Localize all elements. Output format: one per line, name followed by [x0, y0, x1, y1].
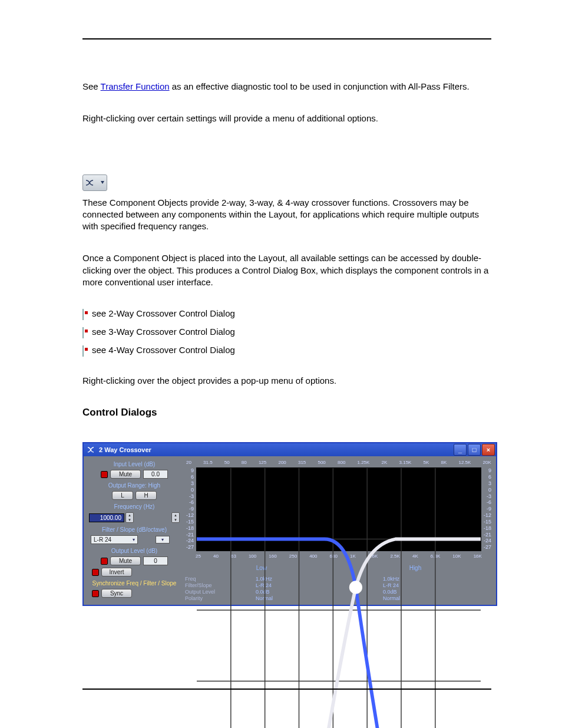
y-axis-right: 9630-3-6-9-12-15-18-21-24-27	[482, 467, 492, 550]
window-maximize-button[interactable]: □	[468, 444, 481, 456]
dialog-app-icon	[87, 446, 95, 453]
x-axis-top: 2031.550801252003155008001.25K2K3.15K5K8…	[185, 460, 492, 465]
frequency-label: Frequency (Hz)	[87, 503, 181, 510]
crossover-dialog: 2 Way Crossover _ □ × Input Level (dB) M…	[82, 442, 497, 606]
input-mute-button[interactable]: Mute	[110, 470, 141, 479]
filter-slope-select[interactable]: L-R 24 ▾	[91, 535, 138, 544]
intro-rest: as an effective diagnostic tool to be us…	[170, 81, 470, 91]
rightclick-object-paragraph: Right-clicking over the object provides …	[82, 375, 491, 387]
y-axis-left: 9630-3-6-9-12-15-18-21-24-27	[185, 467, 195, 550]
topic-bullet-icon	[82, 346, 91, 354]
placement-paragraph: Once a Component Object is placed into t…	[82, 252, 491, 288]
output-level-label: Output Level (dB)	[87, 548, 181, 554]
see-4way-line: see 4-Way Crossover Control Dialog	[82, 345, 491, 355]
filter-slope-value: L-R 24	[94, 536, 111, 543]
intro-see: See	[82, 81, 101, 91]
output-range-label: Output Range: High	[87, 482, 181, 489]
dropdown-caret-icon	[101, 181, 104, 185]
bottom-rule	[82, 689, 491, 690]
input-level-value[interactable]: 0.0	[143, 470, 168, 479]
transfer-function-link[interactable]: Transfer Function	[101, 81, 170, 91]
topic-bullet-icon	[82, 328, 91, 336]
sync-indicator-icon	[92, 590, 99, 597]
chevron-down-icon: ▼	[126, 518, 133, 522]
output-mute-indicator-icon	[101, 558, 108, 565]
sync-label: Synchronize Freq / Filter / Slope	[87, 580, 181, 587]
sync-button[interactable]: Sync	[101, 589, 132, 598]
see-3way-line: see 3-Way Crossover Control Dialog	[82, 327, 491, 337]
intro-paragraph: See Transfer Function as an effective di…	[82, 81, 491, 93]
chevron-up-icon: ▲	[172, 513, 179, 518]
range-high-button[interactable]: H	[135, 491, 157, 500]
response-graph[interactable]	[196, 467, 481, 551]
crossover-toolbar-icon	[82, 174, 107, 191]
svg-point-10	[351, 582, 361, 592]
chevron-down-icon: ▾	[161, 537, 164, 542]
window-close-button[interactable]: ×	[482, 444, 495, 456]
range-low-button[interactable]: L	[112, 491, 133, 500]
see-3way-text: see 3-Way Crossover Control Dialog	[92, 327, 235, 337]
control-panel: Input Level (dB) Mute 0.0 Output Range: …	[87, 460, 181, 601]
see-2way-text: see 2-Way Crossover Control Dialog	[92, 308, 235, 318]
topic-bullet-icon	[82, 309, 91, 318]
filter-slope-select-2[interactable]: ▾	[156, 536, 170, 543]
dialog-titlebar[interactable]: 2 Way Crossover _ □ ×	[84, 443, 496, 456]
input-mute-indicator-icon	[101, 471, 108, 478]
see-4way-text: see 4-Way Crossover Control Dialog	[92, 345, 235, 355]
chevron-up-icon: ▲	[126, 513, 133, 518]
chevron-down-icon: ▾	[133, 537, 135, 542]
output-level-value[interactable]: 0	[143, 556, 168, 565]
output-mute-button[interactable]: Mute	[110, 556, 141, 565]
window-minimize-button[interactable]: _	[454, 444, 467, 456]
see-2way-line: see 2-Way Crossover Control Dialog	[82, 308, 491, 318]
frequency-input[interactable]: 1000.00	[89, 513, 124, 522]
rightclick-settings-paragraph: Right-clicking over certain settings wil…	[82, 113, 491, 124]
chevron-down-icon: ▼	[172, 518, 179, 522]
invert-button[interactable]: Invert	[101, 568, 132, 577]
invert-indicator-icon	[92, 569, 99, 576]
dialog-title: 2 Way Crossover	[99, 446, 151, 453]
frequency-spinner[interactable]: ▲▼	[125, 512, 134, 523]
crossover-glyph-icon	[85, 179, 96, 187]
component-objects-paragraph: These Component Objects provide 2-way, 3…	[82, 197, 491, 233]
input-level-label: Input Level (dB)	[87, 461, 181, 467]
filter-slope-label: Filter / Slope (dB/octave)	[87, 526, 181, 533]
control-dialogs-heading: Control Dialogs	[82, 407, 491, 419]
frequency-spinner-2[interactable]: ▲▼	[171, 512, 180, 523]
top-rule	[82, 38, 491, 39]
